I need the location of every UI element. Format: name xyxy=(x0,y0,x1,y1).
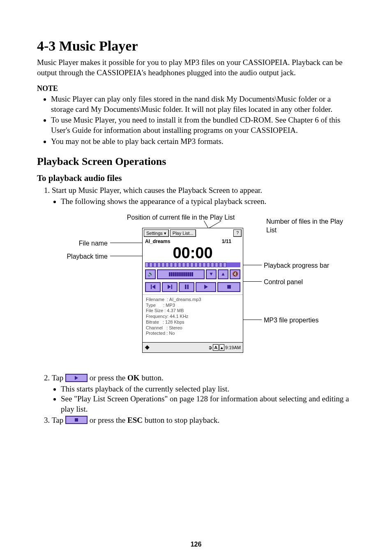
volume-row: 🔊 ▼ ▲ 🔇 xyxy=(143,267,243,280)
playlist-button[interactable]: Play List... xyxy=(170,229,196,237)
procedure-heading: To playback audio files xyxy=(37,173,355,184)
inline-play-icon xyxy=(65,374,88,382)
svg-marker-2 xyxy=(168,285,171,289)
svg-marker-1 xyxy=(152,285,155,289)
clock: 9:19AM xyxy=(225,345,241,350)
svg-rect-3 xyxy=(171,285,172,289)
callout-props: MP3 file properties xyxy=(264,316,346,325)
callout-position: Position of current file in the Play Lis… xyxy=(115,213,247,222)
callout-playbacktime: Playback time xyxy=(37,253,108,261)
svg-marker-6 xyxy=(204,285,208,289)
svg-rect-0 xyxy=(151,285,152,289)
step-2-pre: Tap xyxy=(52,373,65,382)
prop-channel: Channel : Stereo xyxy=(146,325,240,331)
step-3: Tap or press the ESC button to stop play… xyxy=(52,415,355,426)
page-number: 126 xyxy=(37,540,355,549)
note-heading: NOTE xyxy=(37,84,355,93)
playback-time: 00:00 xyxy=(143,245,243,261)
callout-panel: Control panel xyxy=(264,278,346,287)
prop-filename: Filename : AI_dreams.mp3 xyxy=(146,297,240,303)
prop-protected: Protected : No xyxy=(146,331,240,336)
taskbar: ❖ ➲ A ▴ 9:19AM xyxy=(143,342,243,352)
step-3-end: button to stop playback. xyxy=(143,416,219,424)
prop-bitrate: Bitrate : 128 Kbps xyxy=(146,320,240,325)
step-1-text: Start up Music Player, which causes the … xyxy=(52,186,262,195)
mute-icon[interactable]: 🔇 xyxy=(230,269,240,279)
procedure-steps: Start up Music Player, which causes the … xyxy=(37,185,355,206)
help-icon[interactable]: ? xyxy=(233,229,242,237)
callout-filename: File name xyxy=(37,239,108,248)
inline-stop-icon xyxy=(65,416,88,424)
progress-bar[interactable] xyxy=(145,262,240,267)
step-1: Start up Music Player, which causes the … xyxy=(52,185,355,206)
start-icon[interactable]: ❖ xyxy=(145,344,150,351)
step-1-sub: The following shows the appearance of a … xyxy=(61,197,355,207)
tray-icon[interactable]: ➲ xyxy=(208,345,212,350)
note-item: To use Music Player, you need to install… xyxy=(51,115,355,135)
svg-rect-5 xyxy=(187,285,188,289)
section-title: 4-3 Music Player xyxy=(37,37,355,55)
note-list: Music Player can play only files stored … xyxy=(37,94,355,146)
settings-menu[interactable]: Settings ▾ xyxy=(144,229,169,237)
file-properties: Filename : AI_dreams.mp3 Type : MP3 File… xyxy=(143,294,243,342)
prop-type: Type : MP3 xyxy=(146,303,240,308)
volume-slider[interactable] xyxy=(157,269,205,279)
next-track-icon[interactable] xyxy=(162,282,178,292)
subsection-heading: Playback Screen Operations xyxy=(37,155,355,169)
callout-progress: Playback progress bar xyxy=(264,262,354,270)
play-icon[interactable] xyxy=(196,282,216,292)
player-window: Settings ▾ Play List... ? AI_dreams 1/11… xyxy=(142,228,243,353)
vol-down-icon[interactable]: ▼ xyxy=(206,269,217,279)
note-item: You may not be able to play back certain… xyxy=(51,137,355,147)
transport-row xyxy=(143,280,243,293)
step-2-sub: See "Play List Screen Operations" on pag… xyxy=(61,394,355,414)
ok-label: OK xyxy=(127,373,140,382)
prev-track-icon[interactable] xyxy=(145,282,161,292)
pause-icon[interactable] xyxy=(179,282,194,292)
svg-rect-4 xyxy=(185,285,186,289)
speaker-icon[interactable]: 🔊 xyxy=(145,269,156,279)
step-2-post: or press the xyxy=(88,373,127,382)
procedure-steps-cont: Tap or press the OK button. This starts … xyxy=(37,373,355,425)
intro-paragraph: Music Player makes it possible for you t… xyxy=(37,58,355,78)
stop-icon[interactable] xyxy=(217,282,240,292)
prop-filesize: File Size : 4.37 MB xyxy=(146,308,240,314)
file-counter: 1/11 xyxy=(222,239,231,245)
callout-numfiles: Number of files in the Play List xyxy=(266,218,348,235)
svg-rect-7 xyxy=(227,285,231,289)
step-3-pre: Tap xyxy=(52,416,65,424)
step-2-end: button. xyxy=(140,373,164,382)
prop-frequency: Frequency: 44.1 KHz xyxy=(146,314,240,320)
current-file-name: AI_dreams xyxy=(145,239,170,245)
sip-icon[interactable]: A xyxy=(213,344,219,351)
step-3-post: or press the xyxy=(88,416,127,424)
note-item: Music Player can play only files stored … xyxy=(51,94,355,114)
step-2-sub: This starts playback of the currently se… xyxy=(61,384,355,394)
sip-up-icon[interactable]: ▴ xyxy=(219,344,224,351)
vol-up-icon[interactable]: ▲ xyxy=(218,269,228,279)
step-2: Tap or press the OK button. This starts … xyxy=(52,373,355,415)
playback-screen-diagram: Position of current file in the Play Lis… xyxy=(37,213,355,366)
esc-label: ESC xyxy=(127,416,143,424)
